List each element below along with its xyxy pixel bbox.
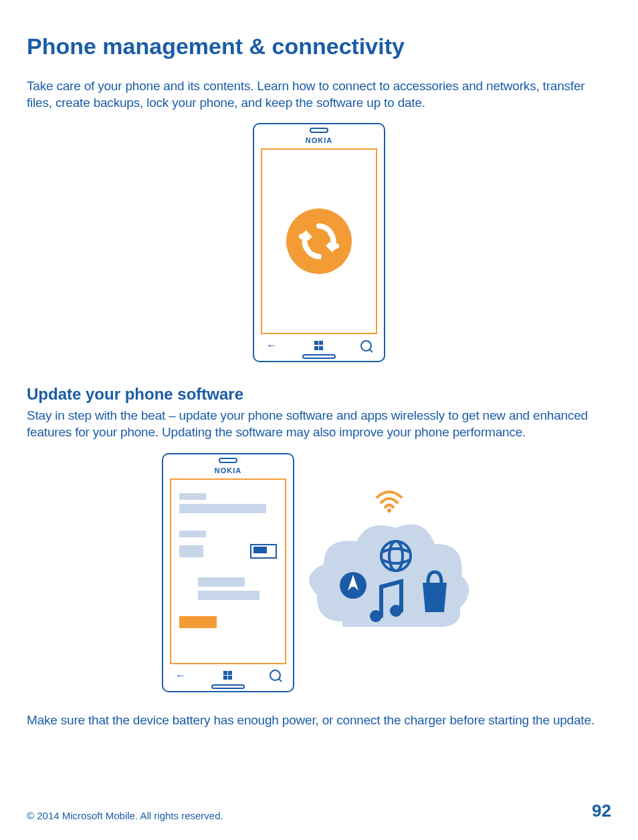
note-paragraph: Make sure that the device battery has en… [27,712,611,729]
svg-point-0 [387,509,391,513]
svg-point-6 [390,605,402,617]
windows-icon [314,341,324,350]
earpiece [310,128,328,133]
sync-icon [286,208,352,274]
phone-illustration-1: NOKIA ← [27,123,611,362]
phone-outline: NOKIA ← [253,123,385,362]
phone-navbar: ← [266,339,372,352]
home-indicator [211,684,245,689]
ui-label [179,531,206,537]
ui-heading [179,504,266,513]
wifi-icon [375,489,404,513]
page-footer: © 2014 Microsoft Mobile. All rights rese… [27,801,611,821]
page-number: 92 [592,801,611,821]
search-icon [270,670,281,681]
phone-brand: NOKIA [254,136,384,144]
svg-point-5 [370,610,382,622]
intro-paragraph: Take care of your phone and its contents… [27,78,611,111]
phone-screen [261,148,377,334]
toggle-icon [250,544,277,559]
phone-screen-settings [170,478,286,664]
cloud-illustration [302,489,476,656]
search-icon [360,340,372,352]
page-title: Phone management & connectivity [27,33,611,59]
phone-outline-2: NOKIA ← [162,453,294,692]
section-title: Update your phone software [27,385,611,404]
ui-item [198,591,259,600]
phone-illustration-2: NOKIA ← [27,453,611,692]
ui-value [179,545,203,557]
ui-item [198,577,245,587]
phone-navbar: ← [175,670,281,682]
back-icon: ← [175,670,186,682]
compass-icon [340,572,366,599]
home-indicator [302,354,336,359]
earpiece [219,458,237,463]
ui-label [179,493,206,500]
phone-brand: NOKIA [163,466,293,474]
update-button-icon [179,616,217,628]
back-icon: ← [266,339,277,352]
copyright: © 2014 Microsoft Mobile. All rights rese… [27,810,223,821]
section-body: Stay in step with the beat – update your… [27,408,611,440]
svg-point-4 [352,583,355,587]
windows-icon [223,671,233,680]
